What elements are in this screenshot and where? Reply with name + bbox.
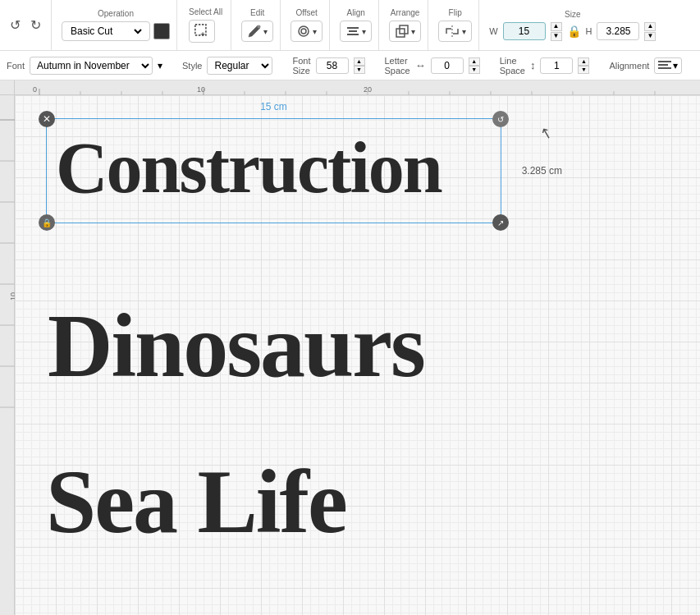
font-label: Font (7, 61, 25, 71)
arrange-icon (395, 24, 409, 39)
svg-point-2 (258, 25, 261, 29)
lock-icon[interactable]: 🔒 (567, 25, 581, 38)
letter-space-down[interactable]: ▼ (469, 66, 480, 74)
svg-rect-5 (347, 27, 359, 29)
canvas-container: 0 10 20 (0, 80, 700, 615)
font-size-spinners: ▲ ▼ (354, 57, 365, 74)
offset-caret: ▾ (313, 27, 317, 36)
canvas-grid[interactable]: 15 cm 3.285 cm ✕ ↺ 🔒 ↗ Construction Dino… (15, 95, 700, 615)
height-spin-down[interactable]: ▼ (644, 32, 656, 41)
text-construction[interactable]: Construction (56, 132, 442, 204)
font-size-up[interactable]: ▲ (354, 57, 365, 66)
handle-bottom-left[interactable]: 🔒 (39, 214, 55, 231)
font-size-group: Font Size ▲ ▼ (292, 56, 364, 76)
offset-button[interactable]: ▾ (291, 21, 323, 42)
svg-rect-6 (349, 30, 357, 32)
svg-text:10: 10 (197, 85, 205, 94)
cursor-indicator: ↖ (538, 122, 554, 143)
size-group: W ▲ ▼ 🔒 H ▲ ▼ (489, 22, 656, 41)
height-spinners: ▲ ▼ (644, 22, 656, 41)
line-space-down[interactable]: ▼ (578, 66, 589, 74)
alignment-icon (658, 60, 671, 71)
edit-section: Edit ▾ (235, 0, 281, 50)
svg-rect-7 (347, 34, 359, 35)
ruler-vertical: 10 (0, 95, 15, 615)
size-label: Size (489, 10, 656, 19)
ruler-h-svg: 0 10 20 (15, 80, 700, 95)
width-spin-up[interactable]: ▲ (551, 22, 562, 31)
letter-space-spinners: ▲ ▼ (469, 57, 480, 74)
ruler-v-svg: 10 (0, 95, 15, 615)
style-label: Style (182, 61, 202, 71)
font-size-input[interactable] (316, 57, 349, 74)
select-all-section: Select All + (181, 0, 231, 50)
flip-button[interactable]: ▾ (438, 21, 472, 42)
alignment-button[interactable]: ▾ (654, 57, 682, 74)
text-dinosaurs[interactable]: Dinosaurs (48, 301, 424, 391)
svg-text:0: 0 (33, 85, 37, 94)
svg-rect-8 (396, 29, 405, 37)
dim-label-height: 3.285 cm (522, 165, 562, 177)
dim-label-width: 15 cm (260, 101, 287, 112)
undo-button[interactable]: ↺ (7, 14, 24, 36)
letter-space-icon: ↔ (415, 59, 426, 71)
arrange-caret: ▾ (411, 27, 415, 36)
edit-caret: ▾ (263, 27, 268, 36)
svg-text:10: 10 (9, 292, 15, 301)
flip-section: Flip ▾ (432, 0, 479, 50)
redo-button[interactable]: ↻ (27, 14, 44, 36)
line-space-group: Line Space ↕ ▲ ▼ (500, 56, 590, 76)
height-input[interactable] (597, 22, 639, 40)
letter-space-input[interactable] (431, 57, 464, 74)
handle-bottom-right[interactable]: ↗ (492, 214, 509, 231)
text-sealife[interactable]: Sea Life (46, 457, 346, 547)
align-label: Align (340, 8, 372, 17)
font-select[interactable]: Autumn in November (30, 57, 153, 75)
handle-top-right[interactable]: ↺ (492, 111, 509, 127)
select-all-icon: + (194, 22, 209, 40)
font-size-down[interactable]: ▼ (354, 66, 365, 74)
operation-dropdown[interactable]: Basic Cut Print then Cut Draw Score Engr… (62, 21, 150, 41)
line-space-label: Line Space (500, 56, 525, 76)
edit-button[interactable]: ▾ (241, 21, 273, 42)
select-all-button[interactable]: + (189, 20, 215, 43)
edit-icon (247, 24, 262, 39)
ruler-horizontal: 0 10 20 (15, 80, 700, 95)
arrange-section: Arrange ▾ (382, 0, 428, 50)
align-caret: ▾ (362, 27, 366, 36)
line-space-up[interactable]: ▲ (578, 57, 589, 66)
width-label: W (489, 26, 497, 36)
width-spin-down[interactable]: ▼ (551, 32, 562, 41)
operation-select[interactable]: Basic Cut Print then Cut Draw Score Engr… (67, 25, 144, 38)
svg-text:+: + (200, 30, 205, 39)
width-spinners: ▲ ▼ (551, 22, 562, 41)
style-select[interactable]: Regular Bold Italic (207, 57, 272, 75)
svg-rect-13 (658, 67, 671, 69)
height-spin-up[interactable]: ▲ (644, 22, 656, 31)
offset-icon (296, 24, 311, 39)
height-label: H (586, 26, 592, 36)
arrange-button[interactable]: ▾ (389, 21, 421, 42)
color-swatch[interactable] (153, 23, 170, 39)
flip-label: Flip (438, 8, 472, 17)
line-space-input[interactable] (540, 57, 573, 74)
svg-text:20: 20 (364, 85, 372, 94)
flip-icon (444, 24, 460, 39)
letter-space-up[interactable]: ▲ (469, 57, 480, 66)
edit-label: Edit (241, 8, 273, 17)
svg-rect-12 (658, 64, 668, 66)
text-toolbar: Font Autumn in November ▾ Style Regular … (0, 51, 700, 80)
handle-top-left[interactable]: ✕ (39, 111, 55, 127)
letter-space-label: Letter Space (385, 56, 410, 76)
font-caret-icon: ▾ (158, 60, 162, 71)
svg-rect-9 (400, 25, 408, 34)
align-button[interactable]: ▾ (340, 21, 372, 42)
letter-space-group: Letter Space ↔ ▲ ▼ (385, 56, 480, 76)
operation-section: Operation Basic Cut Print then Cut Draw … (55, 0, 177, 50)
arrange-label: Arrange (389, 8, 421, 17)
ruler-corner (0, 80, 15, 95)
line-space-spinners: ▲ ▼ (578, 57, 589, 74)
operation-controls: Basic Cut Print then Cut Draw Score Engr… (62, 21, 170, 41)
width-input[interactable] (503, 22, 546, 40)
main-toolbar: ↺ ↻ Operation Basic Cut Print then Cut D… (0, 0, 700, 51)
